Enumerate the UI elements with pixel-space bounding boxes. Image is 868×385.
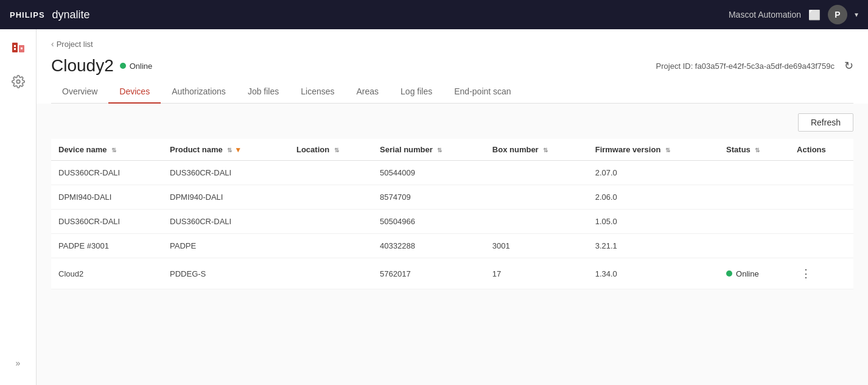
breadcrumb-label[interactable]: Project list bbox=[57, 40, 93, 49]
dynalite-wordmark: dynalite bbox=[52, 9, 90, 21]
firmware-sort-icon: ⇅ bbox=[665, 147, 670, 154]
svg-rect-2 bbox=[14, 45, 16, 47]
project-refresh-icon[interactable]: ↻ bbox=[844, 59, 853, 72]
tab-licenses[interactable]: Licenses bbox=[290, 80, 345, 104]
philips-wordmark: PHILIPS bbox=[10, 10, 45, 19]
table-row: PADPE #3001PADPE4033228830013.21.1 bbox=[51, 234, 853, 258]
col-actions: Actions bbox=[789, 139, 853, 161]
layout: » ‹ Project list Cloudy2 Online Project … bbox=[0, 29, 868, 385]
cell-box-number: 3001 bbox=[485, 234, 588, 258]
table-area: Refresh Device name ⇅ Product name ⇅▼ Lo… bbox=[37, 104, 868, 385]
product-name-sort-icon: ⇅ bbox=[227, 147, 232, 154]
cell-product-name: DUS360CR-DALI bbox=[163, 161, 289, 185]
tab-authorizations[interactable]: Authorizations bbox=[161, 80, 237, 104]
tab-job-files[interactable]: Job files bbox=[237, 80, 290, 104]
tab-overview[interactable]: Overview bbox=[51, 80, 108, 104]
col-box-number[interactable]: Box number ⇅ bbox=[485, 139, 588, 161]
tab-devices[interactable]: Devices bbox=[108, 80, 161, 104]
monitor-icon[interactable]: ⬜ bbox=[808, 9, 821, 21]
refresh-button[interactable]: Refresh bbox=[798, 113, 853, 132]
col-device-name[interactable]: Device name ⇅ bbox=[51, 139, 163, 161]
cell-device-name: Cloud2 bbox=[51, 258, 163, 289]
cell-product-name: DPMI940-DALI bbox=[163, 185, 289, 210]
cell-serial-number: 50544009 bbox=[373, 161, 485, 185]
topbar: PHILIPS dynalite Mascot Automation ⬜ P ▾ bbox=[0, 0, 868, 29]
cell-firmware-version: 2.06.0 bbox=[588, 185, 719, 210]
svg-point-5 bbox=[16, 80, 20, 83]
cell-product-name: PDDEG-S bbox=[163, 258, 289, 289]
sidebar-expand-button[interactable]: » bbox=[16, 358, 21, 373]
cell-status bbox=[719, 210, 789, 234]
svg-rect-4 bbox=[21, 48, 23, 49]
cell-product-name: DUS360CR-DALI bbox=[163, 210, 289, 234]
project-id: Project ID: fa03a57f-e42f-5c3a-a5df-de69… bbox=[656, 62, 835, 71]
cell-device-name: DUS360CR-DALI bbox=[51, 210, 163, 234]
status-online: Online bbox=[726, 269, 782, 278]
col-product-name[interactable]: Product name ⇅▼ bbox=[163, 139, 289, 161]
cell-location bbox=[289, 185, 373, 210]
account-chevron-icon[interactable]: ▾ bbox=[855, 10, 858, 19]
cell-status bbox=[719, 161, 789, 185]
table-header-row: Device name ⇅ Product name ⇅▼ Location ⇅… bbox=[51, 139, 853, 161]
cell-actions bbox=[789, 161, 853, 185]
breadcrumb-back-icon: ‹ bbox=[51, 39, 54, 49]
cell-device-name: DPMI940-DALI bbox=[51, 185, 163, 210]
cell-status bbox=[719, 185, 789, 210]
cell-box-number: 17 bbox=[485, 258, 588, 289]
location-sort-icon: ⇅ bbox=[334, 147, 339, 154]
tab-endpoint-scan[interactable]: End-point scan bbox=[443, 80, 522, 104]
cell-firmware-version: 1.34.0 bbox=[588, 258, 719, 289]
cell-actions bbox=[789, 234, 853, 258]
cell-actions bbox=[789, 185, 853, 210]
sidebar-item-buildings[interactable] bbox=[7, 37, 29, 58]
status-label: Online bbox=[130, 62, 153, 71]
device-name-sort-icon: ⇅ bbox=[111, 147, 116, 154]
tab-areas[interactable]: Areas bbox=[346, 80, 390, 104]
cell-serial-number: 40332288 bbox=[373, 234, 485, 258]
cell-box-number bbox=[485, 161, 588, 185]
project-title: Cloudy2 bbox=[51, 56, 114, 76]
avatar[interactable]: P bbox=[828, 5, 847, 24]
row-status-label: Online bbox=[736, 269, 759, 278]
product-name-filter-icon[interactable]: ▼ bbox=[234, 146, 242, 154]
serial-sort-icon: ⇅ bbox=[437, 147, 442, 154]
cell-serial-number: 8574709 bbox=[373, 185, 485, 210]
topbar-right: Mascot Automation ⬜ P ▾ bbox=[729, 5, 858, 24]
table-row: DPMI940-DALIDPMI940-DALI85747092.06.0 bbox=[51, 185, 853, 210]
tab-log-files[interactable]: Log files bbox=[390, 80, 443, 104]
status-online-dot bbox=[120, 63, 126, 69]
cell-location bbox=[289, 210, 373, 234]
table-row: Cloud2PDDEG-S5762017171.34.0Online⋮ bbox=[51, 258, 853, 289]
cell-device-name: DUS360CR-DALI bbox=[51, 161, 163, 185]
project-id-area: Project ID: fa03a57f-e42f-5c3a-a5df-de69… bbox=[656, 59, 853, 72]
logo: PHILIPS dynalite bbox=[10, 9, 90, 21]
cell-device-name: PADPE #3001 bbox=[51, 234, 163, 258]
cell-box-number bbox=[485, 210, 588, 234]
topbar-project-name: Mascot Automation bbox=[729, 10, 801, 19]
table-row: DUS360CR-DALIDUS360CR-DALI505440092.07.0 bbox=[51, 161, 853, 185]
project-header: Cloudy2 Online Project ID: fa03a57f-e42f… bbox=[51, 56, 853, 76]
cell-box-number bbox=[485, 185, 588, 210]
cell-firmware-version: 2.07.0 bbox=[588, 161, 719, 185]
devices-table: Device name ⇅ Product name ⇅▼ Location ⇅… bbox=[51, 139, 853, 289]
col-firmware-version[interactable]: Firmware version ⇅ bbox=[588, 139, 719, 161]
content-header: ‹ Project list Cloudy2 Online Project ID… bbox=[37, 29, 868, 104]
cell-actions: ⋮ bbox=[789, 258, 853, 289]
col-serial-number[interactable]: Serial number ⇅ bbox=[373, 139, 485, 161]
cell-firmware-version: 1.05.0 bbox=[588, 210, 719, 234]
row-status-dot bbox=[726, 270, 732, 277]
table-toolbar: Refresh bbox=[51, 113, 853, 132]
cell-status bbox=[719, 234, 789, 258]
project-status-badge: Online bbox=[120, 62, 153, 71]
col-status[interactable]: Status ⇅ bbox=[719, 139, 789, 161]
svg-rect-0 bbox=[12, 43, 18, 52]
cell-serial-number: 5762017 bbox=[373, 258, 485, 289]
breadcrumb[interactable]: ‹ Project list bbox=[51, 39, 853, 49]
row-actions-button[interactable]: ⋮ bbox=[797, 266, 815, 281]
col-location[interactable]: Location ⇅ bbox=[289, 139, 373, 161]
sidebar-item-settings[interactable] bbox=[7, 71, 29, 93]
main-content: ‹ Project list Cloudy2 Online Project ID… bbox=[37, 29, 868, 385]
cell-actions bbox=[789, 210, 853, 234]
sidebar: » bbox=[0, 29, 37, 385]
box-sort-icon: ⇅ bbox=[543, 147, 548, 154]
